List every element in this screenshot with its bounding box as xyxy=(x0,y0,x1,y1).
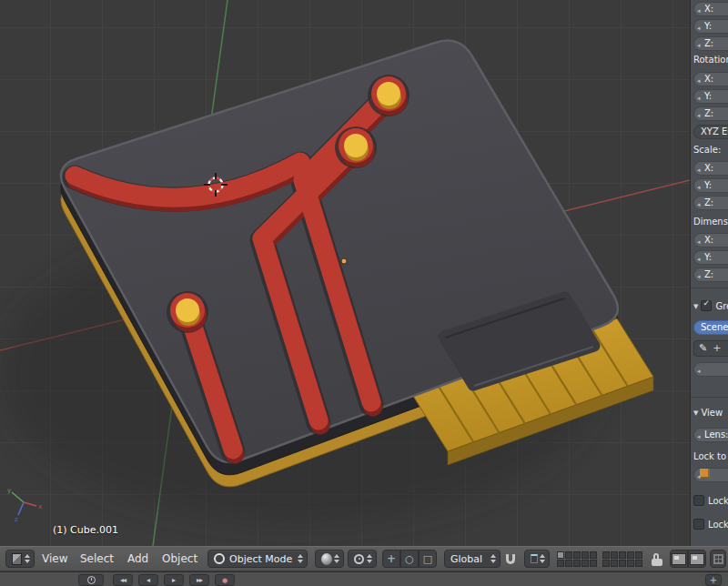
record-button[interactable] xyxy=(215,574,235,586)
snap-element-dropdown[interactable] xyxy=(524,550,550,568)
orientation-dropdown[interactable]: Global xyxy=(444,550,500,568)
panel-separator xyxy=(691,288,728,288)
updown-arrows-icon xyxy=(298,554,304,563)
rotation-z-field[interactable]: Z: xyxy=(693,106,728,121)
layers-group-1 xyxy=(557,547,597,571)
orientation-label: Global xyxy=(450,553,482,565)
layer-toggle[interactable] xyxy=(557,560,564,567)
layer-toggle[interactable] xyxy=(635,560,642,567)
manipulator-rotate-button[interactable] xyxy=(400,550,419,568)
menu-view[interactable]: View xyxy=(42,547,67,571)
panel-separator xyxy=(691,397,728,398)
shading-dropdown[interactable] xyxy=(315,550,344,568)
scale-z-field[interactable]: Z: xyxy=(693,196,728,210)
lock-object-field[interactable] xyxy=(693,468,728,482)
layer-toggle[interactable] xyxy=(565,551,572,559)
pad xyxy=(167,291,208,333)
plus-icon: + xyxy=(713,342,721,354)
clock-icon xyxy=(87,576,96,584)
header-grid-button[interactable] xyxy=(710,550,726,568)
object-origin-dot xyxy=(341,258,347,264)
pad xyxy=(335,126,377,168)
updown-arrows-icon xyxy=(490,554,497,563)
layer-toggle[interactable] xyxy=(573,551,581,559)
blender-window: y x z (1) Cube.001 X: Y: Z: Rotation: X:… xyxy=(0,0,728,586)
viewport-scene xyxy=(0,0,690,546)
gizmo-z-label: z xyxy=(15,516,18,523)
layer-toggle[interactable] xyxy=(557,551,564,559)
layer-toggle[interactable] xyxy=(611,551,618,559)
rotation-x-field[interactable]: X: xyxy=(693,72,728,86)
gizmo-x-label: x xyxy=(38,503,42,510)
previous-frame-button[interactable] xyxy=(138,574,158,586)
dimensions-y-field[interactable]: Y: xyxy=(693,250,728,265)
location-x-field[interactable]: X: xyxy=(693,2,728,16)
mode-dropdown[interactable]: Object Mode xyxy=(207,550,308,568)
menu-object[interactable]: Object xyxy=(162,547,197,571)
manipulator-translate-button[interactable] xyxy=(382,550,400,568)
layer-toggle[interactable] xyxy=(573,560,581,567)
updown-arrows-icon xyxy=(334,554,340,563)
editor-type-selector[interactable] xyxy=(5,550,35,568)
manipulator-scale-button[interactable] xyxy=(419,550,437,568)
grease-pencil-panel-header[interactable]: Grease Pencil xyxy=(693,300,728,315)
layer-toggle[interactable] xyxy=(602,560,610,567)
view-panel-header[interactable]: View xyxy=(693,408,728,422)
layer-toggle[interactable] xyxy=(635,551,642,559)
layer-toggle[interactable] xyxy=(627,551,634,559)
layers-group-2 xyxy=(602,547,642,571)
layer-toggle[interactable] xyxy=(627,560,634,567)
gp-source-scene-button[interactable]: Scene xyxy=(693,320,728,335)
location-y-field[interactable]: Y: xyxy=(693,19,728,34)
layer-toggle[interactable] xyxy=(619,560,626,567)
menu-select[interactable]: Select xyxy=(80,547,114,571)
checkbox-icon xyxy=(693,495,704,506)
checkbox-icon[interactable] xyxy=(701,300,712,311)
mode-label: Object Mode xyxy=(229,553,292,565)
axis-gizmo: y x z xyxy=(4,484,44,528)
strip-add-button[interactable] xyxy=(705,574,722,586)
layer-toggle[interactable] xyxy=(590,560,597,567)
rotate-manipulator-icon xyxy=(405,552,414,565)
timeline-editor-selector[interactable] xyxy=(78,574,104,586)
snap-magnet-icon xyxy=(506,554,515,564)
3d-viewport[interactable]: y x z (1) Cube.001 xyxy=(0,0,690,546)
layer-toggle[interactable] xyxy=(565,560,572,567)
scale-y-field[interactable]: Y: xyxy=(693,178,728,193)
layer-toggle[interactable] xyxy=(602,551,610,559)
opengl-render-still-button[interactable] xyxy=(670,550,688,568)
lock-to-cursor-checkbox[interactable]: Lock to Cursor xyxy=(693,495,728,510)
layer-toggle[interactable] xyxy=(590,551,597,559)
lock-icon xyxy=(652,559,662,566)
snap-toggle-button[interactable] xyxy=(506,547,515,571)
layer-toggle[interactable] xyxy=(581,560,589,567)
dimensions-x-field[interactable]: X: xyxy=(693,233,728,248)
lock-scene-button[interactable] xyxy=(652,547,662,571)
rotation-mode-dropdown[interactable]: XYZ Euler xyxy=(693,125,728,139)
lock-camera-checkbox[interactable]: Lock Camera to View xyxy=(693,519,728,533)
layer-toggle[interactable] xyxy=(611,560,618,567)
dimensions-z-field[interactable]: Z: xyxy=(693,268,728,282)
jump-to-end-button[interactable] xyxy=(189,574,209,586)
opengl-render-anim-button[interactable] xyxy=(688,550,706,568)
grid-icon xyxy=(713,554,723,564)
render-anim-icon xyxy=(690,553,704,565)
scale-manipulator-icon xyxy=(423,552,432,565)
translate-manipulator-icon xyxy=(387,552,396,565)
gp-field[interactable] xyxy=(693,362,728,377)
jump-to-start-button[interactable] xyxy=(113,574,133,586)
menu-add[interactable]: Add xyxy=(127,547,148,571)
gp-layer-row[interactable]: + xyxy=(693,340,728,357)
play-button[interactable] xyxy=(164,574,184,586)
location-z-field[interactable]: Z: xyxy=(693,36,728,51)
rotation-y-field[interactable]: Y: xyxy=(693,89,728,104)
pivot-center-icon xyxy=(354,554,364,564)
scale-x-field[interactable]: X: xyxy=(693,161,728,176)
layer-toggle[interactable] xyxy=(581,551,589,559)
lens-field[interactable]: Lens: xyxy=(693,428,728,442)
cube-object-icon xyxy=(700,469,710,479)
pivot-dropdown[interactable] xyxy=(348,550,377,568)
lock-to-cursor-label: Lock to Cursor xyxy=(708,496,728,506)
layer-toggle[interactable] xyxy=(619,551,626,559)
viewport-object-info: (1) Cube.001 xyxy=(53,524,118,536)
